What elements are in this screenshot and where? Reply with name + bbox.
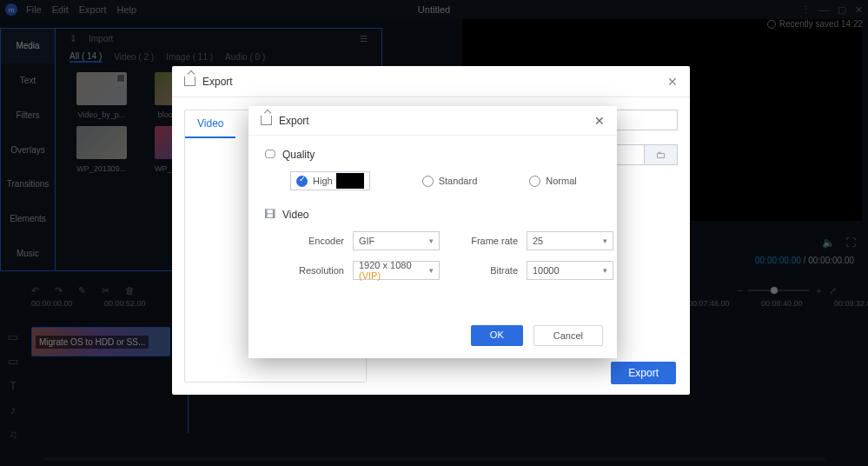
browse-folder-button[interactable]: 🗀 xyxy=(645,144,678,165)
framerate-label: Frame rate xyxy=(448,236,518,246)
chevron-down-icon: ▾ xyxy=(429,266,434,275)
quality-high-label: High xyxy=(313,176,333,186)
chevron-down-icon: ▾ xyxy=(429,236,434,245)
bitrate-label: Bitrate xyxy=(448,265,518,276)
export-icon xyxy=(184,77,195,86)
ok-button[interactable]: OK xyxy=(471,325,523,346)
encoder-select[interactable]: GIF ▾ xyxy=(353,231,440,250)
quality-normal-label: Normal xyxy=(546,176,576,186)
export-icon xyxy=(261,116,272,125)
export-modal-header: Export ✕ xyxy=(172,66,690,97)
folder-icon: 🗀 xyxy=(656,150,666,160)
quality-standard-label: Standard xyxy=(439,176,478,186)
encoder-label: Encoder xyxy=(278,236,344,246)
encoder-value: GIF xyxy=(359,236,374,246)
framerate-value: 25 xyxy=(533,236,543,246)
close-icon[interactable]: ✕ xyxy=(594,114,605,128)
chevron-down-icon: ▾ xyxy=(603,236,607,245)
export-button[interactable]: Export xyxy=(611,362,676,384)
quality-standard-radio[interactable]: Standard xyxy=(422,176,478,187)
resolution-label: Resolution xyxy=(278,265,344,276)
radio-checked-icon xyxy=(296,176,308,187)
radio-unchecked-icon xyxy=(422,176,434,187)
resolution-select[interactable]: 1920 x 1080 (VIP) ▾ xyxy=(353,261,440,280)
quality-section-header: 🖵 Quality xyxy=(264,148,601,161)
export-settings-header: Export ✕ xyxy=(248,106,617,136)
monitor-icon: 🖵 xyxy=(264,148,275,161)
framerate-select[interactable]: 25 ▾ xyxy=(527,231,613,250)
close-icon[interactable]: ✕ xyxy=(667,75,678,89)
video-fields: Encoder GIF ▾ Frame rate 25 ▾ Resolution… xyxy=(264,231,601,280)
radio-unchecked-icon xyxy=(529,176,540,187)
bitrate-value: 10000 xyxy=(533,265,560,276)
cancel-button[interactable]: Cancel xyxy=(533,325,603,346)
bitrate-select[interactable]: 10000 ▾ xyxy=(527,261,613,280)
quality-label: Quality xyxy=(282,149,315,161)
quality-high-radio[interactable]: High xyxy=(290,171,370,190)
video-section-header: 🎞 Video xyxy=(264,208,601,221)
quality-radios: High Standard Normal xyxy=(264,171,601,190)
redaction-block xyxy=(336,173,364,189)
resolution-value: 1920 x 1080 (VIP) xyxy=(359,260,429,281)
chevron-down-icon: ▾ xyxy=(603,266,607,275)
export-settings-title: Export xyxy=(279,115,309,127)
export-settings-modal: Export ✕ 🖵 Quality High Standard Normal … xyxy=(248,106,617,358)
quality-normal-radio[interactable]: Normal xyxy=(529,176,576,187)
format-tab-video[interactable]: Video xyxy=(185,110,235,138)
film-icon: 🎞 xyxy=(264,208,275,221)
video-label: Video xyxy=(282,209,308,221)
export-title: Export xyxy=(202,76,233,88)
